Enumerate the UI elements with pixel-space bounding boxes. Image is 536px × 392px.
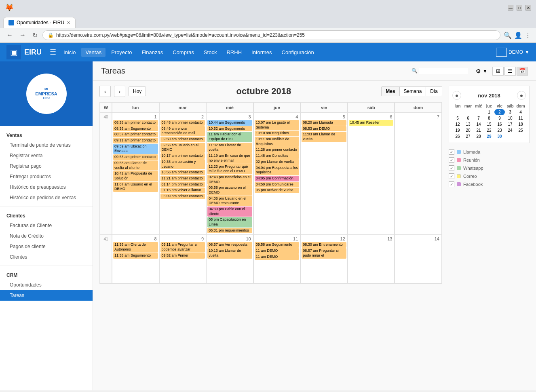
menu-icon[interactable]: ⋮ [525,32,531,39]
sidebar-item-clientes[interactable]: Clientes [0,252,93,262]
cal-event[interactable]: 10:13 am Llamar de vuelta [207,248,252,258]
minimize-button[interactable]: — [508,5,513,11]
cal-day-12[interactable]: 12 08:30 am Entrenamiento 08:57 am Pregu… [300,235,348,283]
cal-event[interactable]: 11:48 am Consultas [255,153,300,159]
mini-cal-day[interactable]: 19 [452,127,463,133]
mini-cal-day[interactable]: 14 [473,121,484,127]
cal-event[interactable]: 08:30 am Entrenamiento [302,242,346,248]
cal-event[interactable]: 10:44 am Seguimiento [207,120,252,126]
mini-cal-day[interactable]: 28 [473,133,484,139]
cal-event[interactable]: 09:52 am Primer [160,253,205,259]
nav-rrhh[interactable]: RRHH [222,48,246,57]
cal-event[interactable]: 11:03 am Llamar de vuelta [302,132,346,142]
cal-day-4[interactable]: 4 10:07 am Le gustó el Sistema 10:10 am … [253,113,301,235]
close-button[interactable]: ✕ [525,5,531,11]
legend-checkbox-llamada[interactable] [449,149,454,155]
cal-prev-button[interactable]: ‹ [99,86,111,97]
cal-day-14[interactable]: 14 [395,235,442,283]
mini-cal-day[interactable]: 7 [473,115,484,121]
nav-stock[interactable]: Stock [200,48,221,57]
cal-event[interactable]: 11 am Hablar con el Equipo de Eiru [207,132,252,142]
mini-cal-day[interactable] [452,109,463,115]
tab-close-button[interactable]: ✕ [67,20,70,25]
mini-cal-day[interactable]: 23 [494,127,505,133]
cal-event[interactable]: 10:07 am Le gustó el Sistema [255,120,300,130]
mini-cal-day[interactable]: 25 [515,127,526,133]
mini-cal-day[interactable] [515,133,526,139]
mini-cal-day[interactable] [463,109,473,115]
cal-event[interactable]: 08:36 am Seguimiento [113,126,158,132]
cal-day-2[interactable]: 2 08:48 am primer contacto 08:49 am envi… [159,113,207,235]
mini-cal-day[interactable]: 29 [484,133,494,139]
mini-cal-day[interactable]: 4 [515,109,526,115]
sidebar-item-pagos-cliente[interactable]: Pagos de cliente [0,241,93,252]
nav-inicio[interactable]: Inicio [59,48,80,57]
mini-cal-day[interactable]: 9 [494,115,505,121]
cal-event[interactable]: 02:43 pm Beneficios en el DEMO [207,175,252,185]
cal-day-3[interactable]: 3 10:44 am Seguimiento 10:52 am Seguimie… [206,113,253,235]
mini-cal-day[interactable]: 8 [484,115,494,121]
cal-day-11[interactable]: 11 09:58 am Seguimiento 11 am DEMO 11 am… [253,235,301,283]
cal-event[interactable]: 08:49 am enviar presentación de mail [160,126,205,136]
view-kanban-button[interactable]: ⊞ [492,67,504,76]
mini-cal-day[interactable] [473,109,484,115]
cal-event[interactable]: 08:57 am Preguntar si pudo mirar el [302,248,346,258]
sidebar-item-oportunidades[interactable]: Oportunidades [0,280,93,290]
cal-event[interactable]: 08:28 am primer contacto [113,120,158,126]
cal-event[interactable]: 04:05 pm Confirmación [255,176,300,181]
cal-event[interactable]: 01:14 pm primer contacto [160,182,205,188]
user-menu-button[interactable]: 👤 DEMO ▼ [496,48,530,57]
cal-day-13[interactable]: 13 [348,235,395,283]
cal-event[interactable]: 04:30 pm Pablo con el cliente [207,207,252,217]
cal-view-dia[interactable]: Día [426,87,442,96]
cal-event[interactable]: 10:52 am Seguimiento [207,126,252,132]
search-bar[interactable]: 🔍 [408,67,471,75]
cal-event[interactable]: 09:11 am primer contacto [113,138,158,143]
cal-view-semana[interactable]: Semana [399,87,426,96]
settings-icon[interactable]: ⚙ [476,68,481,74]
sidebar-item-entregar[interactable]: Entregar productos [0,171,93,182]
mini-cal-day[interactable]: 17 [505,121,515,127]
cal-event[interactable]: 06:09 pm primer contacto [160,194,205,199]
cal-event[interactable]: 04:04 pm Respuesta a los requisitos [255,165,300,175]
cal-day-1[interactable]: 1 08:28 am primer contacto 08:36 am Segu… [112,113,159,235]
mini-cal-day[interactable]: 5 [452,115,463,121]
url-bar[interactable]: 🔒 https://demo.eiru.com.py/web#page=0&li… [42,30,500,40]
mini-cal-day[interactable]: 6 [463,115,473,121]
mini-cal-day[interactable]: 11 [515,115,526,121]
cal-event[interactable]: 11 am DEMO [255,248,300,254]
cal-day-8[interactable]: 8 11:36 am Oferta de Autónomo 11:38 am S… [112,235,159,283]
cal-event[interactable]: 09:11 am Preguntar si podemos avanzar [160,242,205,252]
cal-event[interactable]: 10:38 am ubicación y usuario [160,159,205,169]
cal-event[interactable]: 11 am DEMO [255,254,300,260]
mini-cal-day[interactable]: 20 [463,127,473,133]
cal-today-button[interactable]: Hoy [129,86,146,96]
cal-event[interactable]: 08:57 am Ver respuesta [207,242,252,248]
sidebar-item-tareas[interactable]: Tareas [0,290,93,301]
maximize-button[interactable]: □ [517,5,522,11]
mini-cal-day[interactable]: 18 [515,121,526,127]
cal-event[interactable]: 10:56 am primer contacto [160,170,205,175]
nav-proyecto[interactable]: Proyecto [107,48,136,57]
mini-cal-day[interactable]: 26 [452,133,463,139]
mini-cal-day[interactable]: 27 [463,133,473,139]
cal-event[interactable]: 11:19 am En caso de que no envíe el mail [207,153,252,163]
back-button[interactable]: ← [5,31,15,40]
sidebar-item-historico-pedidos[interactable]: Histórico de pedidos de ventas [0,192,93,203]
cal-day-9[interactable]: 9 09:11 am Preguntar si podemos avanzar … [159,235,207,283]
cal-event[interactable]: 11:36 am Oferta de Autónomo [113,242,158,252]
cal-event[interactable]: 10:10 am Requisitos [255,131,300,136]
cal-event[interactable]: 11:21 am primer contacto [160,176,205,181]
mini-cal-day[interactable]: 10 [505,115,515,121]
cal-view-mes[interactable]: Mes [382,87,399,96]
cal-event[interactable]: 01:15 pm volver a llamar [160,188,205,193]
search-input[interactable] [419,68,468,74]
nav-compras[interactable]: Compras [169,48,198,57]
cal-event[interactable]: 09:50 am primer contacto [160,137,205,142]
mini-cal-day[interactable]: 22 [484,127,494,133]
hamburger-icon[interactable]: ☰ [50,48,56,57]
mini-cal-day[interactable] [505,133,515,139]
legend-checkbox-whatsapp[interactable] [449,165,454,171]
cal-event[interactable]: 09:39 am Ubicación Enviada [113,144,158,154]
mini-cal-day[interactable]: 24 [505,127,515,133]
